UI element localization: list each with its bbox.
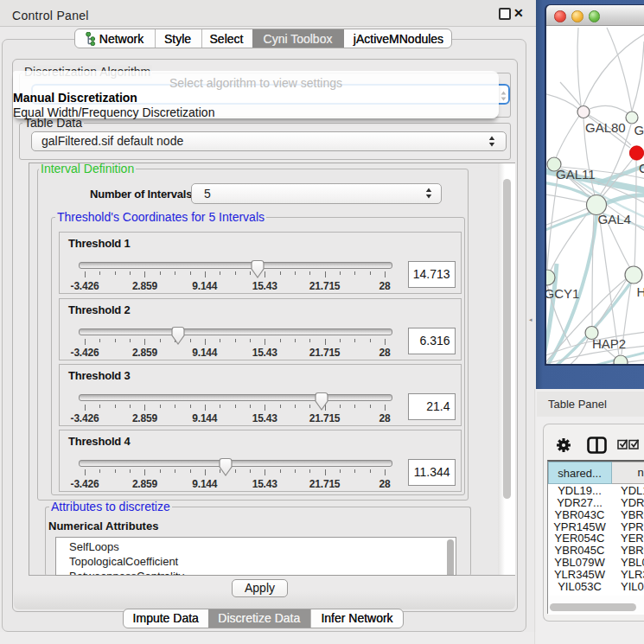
svg-text:GCY1: GCY1 (546, 286, 579, 301)
svg-text:GAL4: GAL4 (598, 212, 631, 226)
svg-text:C: C (639, 161, 644, 175)
svg-text:GAL80: GAL80 (585, 120, 626, 135)
svg-text:HAP2: HAP2 (592, 336, 626, 351)
svg-text:H: H (637, 284, 644, 299)
svg-text:GAL11: GAL11 (556, 167, 596, 182)
svg-text:G.: G. (634, 123, 644, 137)
